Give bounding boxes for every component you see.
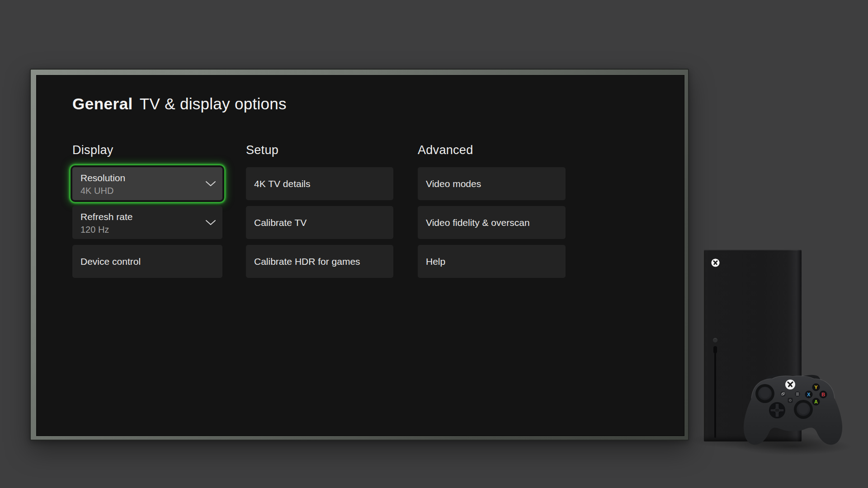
tile-refresh-rate-value: 120 Hz bbox=[80, 224, 203, 235]
dpad bbox=[769, 402, 785, 418]
tile-refresh-rate-label: Refresh rate bbox=[80, 211, 203, 222]
tile-video-fidelity[interactable]: Video fidelity & overscan bbox=[418, 206, 566, 239]
tile-resolution-label: Resolution bbox=[80, 172, 203, 183]
xbox-logo-icon bbox=[711, 258, 720, 267]
tile-help-label: Help bbox=[426, 256, 546, 267]
tile-video-modes-label: Video modes bbox=[426, 178, 546, 189]
page-title-subsection: TV & display options bbox=[140, 95, 287, 113]
right-stick bbox=[794, 400, 813, 419]
tile-resolution-value: 4K UHD bbox=[80, 185, 203, 197]
tile-calibrate-tv[interactable]: Calibrate TV bbox=[246, 206, 393, 239]
page-title-section: General bbox=[72, 95, 133, 113]
menu-button bbox=[795, 391, 800, 397]
left-stick bbox=[755, 384, 774, 403]
tile-calibrate-hdr-label: Calibrate HDR for games bbox=[254, 256, 373, 267]
button-a-label: A bbox=[814, 399, 818, 404]
button-x: X bbox=[805, 391, 813, 399]
chevron-down-icon bbox=[205, 220, 216, 226]
tile-device-control[interactable]: Device control bbox=[72, 245, 222, 278]
tile-4k-tv-details[interactable]: 4K TV details bbox=[246, 167, 393, 200]
column-display: Display Resolution 4K UHD Refresh rate 1… bbox=[72, 142, 222, 284]
column-setup: Setup 4K TV details Calibrate TV Calibra… bbox=[246, 142, 393, 284]
console-disc-slot bbox=[714, 347, 716, 438]
button-b-label: B bbox=[821, 392, 825, 397]
tile-help[interactable]: Help bbox=[418, 245, 566, 278]
tile-calibrate-hdr[interactable]: Calibrate HDR for games bbox=[246, 245, 393, 278]
tv-frame: GeneralTV & display options Display Reso… bbox=[30, 69, 689, 441]
page-title: GeneralTV & display options bbox=[72, 94, 287, 113]
column-header-advanced: Advanced bbox=[418, 142, 566, 158]
share-button bbox=[788, 398, 793, 403]
tile-refresh-rate[interactable]: Refresh rate 120 Hz bbox=[72, 206, 222, 239]
xbox-controller: Y X B A bbox=[739, 373, 847, 450]
tile-4k-tv-details-label: 4K TV details bbox=[254, 178, 373, 189]
xbox-guide-button bbox=[785, 380, 795, 389]
settings-screen: GeneralTV & display options Display Reso… bbox=[36, 75, 684, 436]
view-button bbox=[780, 391, 786, 397]
button-b: B bbox=[820, 391, 827, 399]
tile-video-modes[interactable]: Video modes bbox=[418, 167, 566, 200]
column-header-setup: Setup bbox=[246, 142, 393, 158]
chevron-down-icon bbox=[205, 181, 216, 187]
button-y-label: Y bbox=[814, 385, 818, 390]
column-advanced: Advanced Video modes Video fidelity & ov… bbox=[418, 142, 566, 284]
column-header-display: Display bbox=[72, 142, 222, 158]
tile-device-control-label: Device control bbox=[80, 256, 203, 267]
tile-calibrate-tv-label: Calibrate TV bbox=[254, 217, 373, 228]
button-x-label: X bbox=[807, 392, 811, 397]
tile-video-fidelity-label: Video fidelity & overscan bbox=[426, 217, 546, 228]
tile-resolution[interactable]: Resolution 4K UHD bbox=[72, 167, 222, 200]
button-y: Y bbox=[812, 384, 820, 391]
console-pair-button bbox=[713, 338, 717, 343]
button-a: A bbox=[812, 398, 820, 406]
